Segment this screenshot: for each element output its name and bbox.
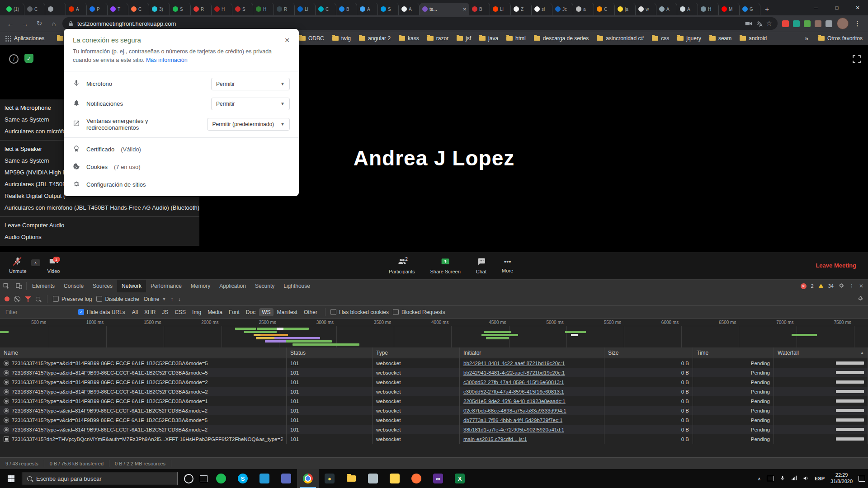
other-favorites[interactable]: Otros favoritos (818, 35, 863, 42)
bookmarks-overflow-chevron[interactable]: » (805, 35, 808, 42)
apps-label[interactable]: Aplicaciones (14, 35, 44, 42)
share-screen-button[interactable]: Share Screen (426, 255, 464, 276)
browser-tab[interactable]: H (212, 3, 232, 15)
initiator-link[interactable]: 2205d1e5-9de2-45f6-9e48-d1923e8eaadc:1 (463, 399, 566, 404)
display-icon[interactable] (767, 476, 774, 481)
certificate-row[interactable]: Certificado (Válido) (64, 141, 299, 158)
extension-green-icon[interactable] (804, 20, 811, 27)
browser-tab[interactable]: Li (490, 3, 511, 15)
network-request-row[interactable]: 72316337415?type=s&cid=814F9B99-86EC-ECC… (0, 406, 868, 415)
browser-tab[interactable] (45, 3, 66, 15)
browser-tab[interactable]: T (108, 3, 128, 15)
devtools-close-icon[interactable]: ✕ (859, 283, 863, 289)
devtools-tab-security[interactable]: Security (250, 280, 279, 292)
reload-icon[interactable]: ↻ (33, 18, 45, 29)
disable-cache-checkbox[interactable]: Disable cache (96, 296, 139, 302)
devtools-tab-network[interactable]: Network (117, 280, 146, 292)
browser-tab[interactable]: C (24, 3, 45, 15)
info-icon[interactable]: i (9, 54, 19, 64)
filter-chip-css[interactable]: CSS (172, 308, 189, 316)
checkbox[interactable] (53, 296, 59, 302)
apps-grid-icon[interactable] (5, 36, 11, 42)
browser-tab[interactable]: ja (615, 3, 636, 15)
browser-tab[interactable]: S (232, 3, 253, 15)
taskbar-app-spotify[interactable] (210, 469, 232, 488)
filter-funnel-icon[interactable] (25, 296, 31, 302)
audio-menu-item[interactable]: Leave Computer Audio (0, 220, 199, 231)
browser-tab[interactable]: A (357, 3, 378, 15)
column-header-waterfall[interactable]: Waterfall▲ (774, 347, 868, 358)
filter-chip-media[interactable]: Media (205, 308, 225, 316)
hide-data-urls-checkbox[interactable]: ✓ Hide data URLs (78, 309, 125, 315)
search-icon[interactable] (36, 297, 40, 301)
initiator-link[interactable]: main-es2015.c79cdfd....js:1 (463, 436, 527, 442)
extension-teal-icon[interactable] (793, 20, 800, 27)
bookmark-folder[interactable]: java (479, 35, 498, 42)
browser-tab[interactable]: C (594, 3, 615, 15)
devtools-tab-application[interactable]: Application (215, 280, 250, 292)
network-request-row[interactable]: 72316337415?type=a&cid=814F9B99-86EC-ECC… (0, 387, 868, 396)
browser-tab[interactable]: si (532, 3, 552, 15)
import-har-icon[interactable]: ↑ (170, 296, 174, 302)
devtools-tab-memory[interactable]: Memory (186, 280, 215, 292)
network-request-row[interactable]: 72316337415?type=a&cid=814F9B99-86EC-ECC… (0, 377, 868, 387)
taskbar-app-app-dark[interactable]: ● (319, 469, 340, 488)
browser-tab[interactable]: w (636, 3, 656, 15)
record-button[interactable] (5, 296, 9, 301)
encryption-shield-icon[interactable]: ✓ (24, 54, 33, 63)
more-button[interactable]: ••• More (498, 255, 517, 276)
new-tab-button[interactable]: + (760, 5, 774, 15)
filter-chip-xhr[interactable]: XHR (142, 308, 158, 316)
profile-avatar[interactable] (837, 18, 849, 29)
filter-chip-manifest[interactable]: Manifest (274, 308, 300, 316)
taskbar-app-skype[interactable]: S (232, 469, 254, 488)
clear-icon[interactable] (14, 296, 20, 302)
checkbox-checked[interactable]: ✓ (78, 309, 84, 315)
language-indicator[interactable]: ESP (815, 476, 825, 481)
devtools-tab-elements[interactable]: Elements (28, 280, 59, 292)
browser-tab[interactable]: A (66, 3, 87, 15)
microphone-permission-select[interactable]: Permitir ▼ (211, 78, 290, 90)
inspect-element-icon[interactable] (0, 280, 13, 292)
tab-close-icon[interactable]: ✕ (462, 7, 467, 12)
initiator-link[interactable]: db7773a1-7f86-4bbb-a4f4-5d29b739f7ec:1 (463, 418, 562, 423)
browser-tab[interactable]: Jc (552, 3, 573, 15)
network-request-row[interactable]: 72316337415?type=a&cid=814F9B99-86EC-ECC… (0, 368, 868, 377)
video-button[interactable]: 1 Video (44, 255, 64, 276)
filter-chip-img[interactable]: Img (189, 308, 204, 316)
url-text[interactable]: testzoommeetingfront.herokuapp.com (77, 20, 741, 27)
browser-tab[interactable]: P (87, 3, 108, 15)
unmute-button[interactable]: Unmute (5, 255, 30, 276)
address-bar[interactable]: testzoommeetingfront.herokuapp.com ☆ (62, 17, 778, 30)
minimize-button[interactable]: ─ (806, 0, 826, 15)
browser-tab[interactable]: R (274, 3, 295, 15)
fullscreen-icon[interactable] (853, 55, 861, 65)
leave-meeting-button[interactable]: Leave Meeting (816, 262, 856, 269)
taskbar-app-sticky-notes[interactable] (384, 469, 406, 488)
audio-options-caret[interactable]: ∧ (31, 259, 40, 266)
column-header-type[interactable]: Type (373, 347, 460, 358)
browser-tab[interactable]: M (719, 3, 740, 15)
network-request-row[interactable]: 72316337415?type=a&cid=814F9B99-86EC-ECC… (0, 396, 868, 406)
cortana-icon[interactable] (184, 474, 193, 483)
filter-chip-font[interactable]: Font (226, 308, 242, 316)
network-request-row[interactable]: 72316337415?type=a&cid=814F9B99-86EC-ECC… (0, 358, 868, 368)
filter-chip-other[interactable]: Other (301, 308, 320, 316)
blocked-requests-checkbox[interactable]: Blocked Requests (393, 309, 445, 315)
checkbox[interactable] (393, 309, 399, 315)
filter-chip-js[interactable]: JS (159, 308, 171, 316)
network-overview-timeline[interactable]: 500 ms1000 ms1500 ms2000 ms2500 ms3000 m… (0, 319, 868, 348)
column-header-name[interactable]: Name (0, 347, 287, 358)
browser-tab[interactable]: C (128, 3, 149, 15)
camera-indicator-icon[interactable] (745, 20, 752, 27)
checkbox[interactable] (96, 296, 102, 302)
browser-tab[interactable]: B (469, 3, 490, 15)
filter-chip-doc[interactable]: Doc (243, 308, 258, 316)
back-icon[interactable]: ← (5, 18, 16, 29)
network-request-row[interactable]: 72316337415?type=v&cid=814F9B99-86EC-ECC… (0, 425, 868, 434)
notifications-permission-select[interactable]: Permitir ▼ (211, 98, 290, 110)
initiator-link[interactable]: c300dd52-27fb-47a4-8596-415f16e60813:1 (463, 380, 564, 385)
volume-icon[interactable] (803, 475, 809, 482)
browser-tab[interactable]: A (656, 3, 677, 15)
devtools-tab-console[interactable]: Console (59, 280, 88, 292)
